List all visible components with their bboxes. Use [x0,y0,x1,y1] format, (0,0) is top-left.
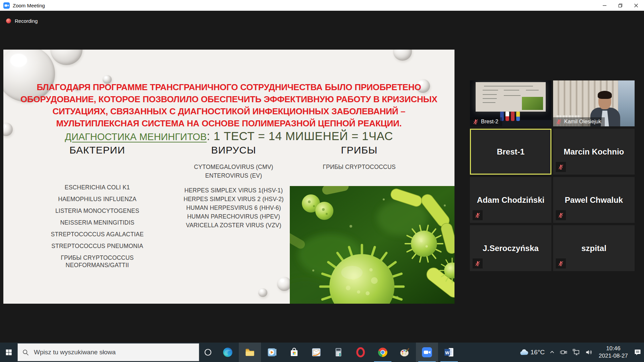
mic-muted-icon [473,258,483,268]
mic-muted-icon [473,210,483,220]
slide-list-item: STREPTOCOCCUS PNEUMONIA [50,242,144,250]
slide-list-item: HERPES SIMPLEX VIRUS 1(HSV-1) HERPES SIM… [176,186,291,230]
clock-time: 10:46 [599,345,628,352]
windows-taskbar: W 16°C [0,343,644,362]
svg-text:W: W [445,350,449,355]
droplet-decoration [277,277,291,291]
recording-label: Recording [15,18,38,24]
taskbar-search[interactable] [17,343,199,361]
table-flags [500,112,520,121]
search-icon [22,349,29,356]
column-header: ГРИБЫ [289,144,430,156]
slide-title-line: БЛАГОДАРЯ ПРОГРАММЕ ТРАНСГРАНИЧНОГО СОТР… [3,81,454,93]
slide-subtitle-rest: : 1 ТЕСТ = 14 МИШЕНЕЙ = 1ЧАС [207,129,393,142]
taskbar-file-explorer-icon[interactable] [239,343,261,362]
taskbar-store-icon[interactable] [283,343,305,362]
clock-date: 2021-08-27 [599,352,628,360]
taskbar-zoom-icon[interactable] [416,343,438,362]
desktop: { "window": {"title": "Zoom Meeting"}, "… [0,0,644,362]
tray-overflow-button[interactable] [547,343,557,362]
participant-name: Brest-1 [470,129,551,175]
participant-tile[interactable]: Brest-1 [470,129,551,175]
meet-now-button[interactable] [557,343,570,362]
participant-grid: Brest-2 [470,80,635,271]
participant-tile[interactable]: Marcin Kochnio [553,129,635,175]
taskbar-calculator-icon[interactable] [327,343,350,362]
cloud-icon [519,348,529,356]
windows-logo-icon [5,349,12,356]
participant-name: Brest-2 [481,119,498,125]
taskbar-search-input[interactable] [33,348,182,356]
weather-button[interactable]: 16°C [517,343,547,362]
action-center-button[interactable] [631,343,644,362]
slide-list-item: NEISSERIA MENINGITIDIS [50,219,144,226]
cortana-icon [204,348,212,356]
slide-title: БЛАГОДАРЯ ПРОГРАММЕ ТРАНСГРАНИЧНОГО СОТР… [3,81,454,129]
taskbar-edge-icon[interactable] [217,343,239,362]
slide-list-item: HAEMOPHILUS INFLUENZA [50,195,144,203]
slide-column-fungi: ГРИБЫ ГРИБЫ CRYPTOCOCCUS [289,144,430,171]
slide-column-viruses: ВИРУСЫ CYTOMEGALOVIRUS (CMV) ENTEROVIRUS… [173,144,294,236]
slide-list-item: ESCHERICHIA COLI K1 [50,184,144,191]
taskbar-chrome-icon[interactable] [372,343,394,362]
close-button[interactable] [628,0,644,11]
participant-tile[interactable]: J.Seroczyńska [470,225,551,271]
mic-muted-icon [556,210,566,220]
minimize-button[interactable] [597,0,612,11]
recording-indicator[interactable]: Recording [6,18,38,24]
droplet-decoration [393,50,412,61]
participant-tile[interactable]: Brest-2 [470,80,551,126]
chevron-up-icon [549,350,555,355]
taskbar-paint-icon[interactable] [394,343,416,362]
taskbar-word-icon[interactable]: W [438,343,460,362]
window-titlebar: Zoom Meeting [0,0,644,11]
slide-subtitle-underlined: ДИАГНОСТИКА МЕНИНГИТОВ [65,131,207,142]
droplet-decoration [50,50,83,65]
system-tray: 16°C 10 [517,343,644,362]
participant-name-badge: Kamil Olesiejuk [553,117,605,126]
taskbar-opera-icon[interactable] [350,343,372,362]
mic-muted-icon [556,258,566,268]
taskbar-mail-icon[interactable] [305,343,327,362]
slide-list-item: CYTOMEGALOVIRUS (CMV) ENTEROVIRUS (EV) [176,163,291,180]
mic-muted-icon [556,162,566,172]
slide-list-item: LISTERIA MONOCYTOGENES [50,207,144,215]
slide-title-line: МУЛЬТИПЛЕКСНАЯ СИСТЕМА НА ОСНОВЕ ПОЛИМЕР… [3,117,454,129]
restore-button[interactable] [612,0,628,11]
participant-tile[interactable]: Pawel Chwaluk [553,177,635,223]
participant-tile[interactable]: Kamil Olesiejuk [553,80,635,126]
shared-slide: БЛАГОДАРЯ ПРОГРАММЕ ТРАНСГРАНИЧНОГО СОТР… [3,50,454,304]
participant-tile[interactable]: Adam Chodziński [470,177,551,223]
participant-name: Kamil Olesiejuk [564,119,601,125]
slide-title-line: СИТУАЦИЯХ, СВЯЗАННЫХ С ДИАГНОСТИКОЙ ИНФЕ… [3,105,454,117]
column-header: БАКТЕРИИ [29,144,166,156]
start-button[interactable] [0,343,17,362]
notification-icon [634,348,642,356]
taskbar-clock[interactable]: 10:46 2021-08-27 [595,345,631,360]
slide-column-bacteria: БАКТЕРИИ ESCHERICHIA COLI K1HAEMOPHILUS … [29,144,166,273]
slide-list-item: ГРИБЫ CRYPTOCOCCUS NEOFORMANS/GATTII [50,254,144,269]
recording-dot-icon [6,18,11,23]
taskbar-media-player-icon[interactable] [261,343,283,362]
microbes-image [290,186,454,304]
network-button[interactable] [570,343,583,362]
mic-muted-icon [556,119,562,125]
cortana-button[interactable] [199,343,217,362]
volume-button[interactable] [583,343,595,362]
speaker-icon [585,348,593,356]
zoom-app-icon [3,2,10,9]
slide-list-item: STREPTOCOCCUS AGALACTIAE [50,231,144,238]
slide-title-line: ОБОРУДОВАНИЕ, КОТОРОЕ ПОЗВОЛИЛО ОБЕСПЕЧИ… [3,93,454,105]
participant-name-badge: Brest-2 [470,117,502,126]
slide-subtitle: ДИАГНОСТИКА МЕНИНГИТОВ: 1 ТЕСТ = 14 МИШЕ… [3,129,454,143]
meeting-main-area: Recording БЛАГОДАРЯ ПРОГРАММЕ ТРАНСГРАНИ… [0,11,644,343]
network-icon [572,348,580,356]
projection-screen [476,82,546,112]
slide-list-item: ГРИБЫ CRYPTOCOCCUS [289,163,430,171]
mic-muted-icon [473,119,479,125]
column-header: ВИРУСЫ [173,144,294,156]
droplet-decoration [258,288,267,297]
video-camera-icon [559,348,568,356]
window-title: Zoom Meeting [13,3,45,8]
participant-tile[interactable]: szpital [553,225,635,271]
